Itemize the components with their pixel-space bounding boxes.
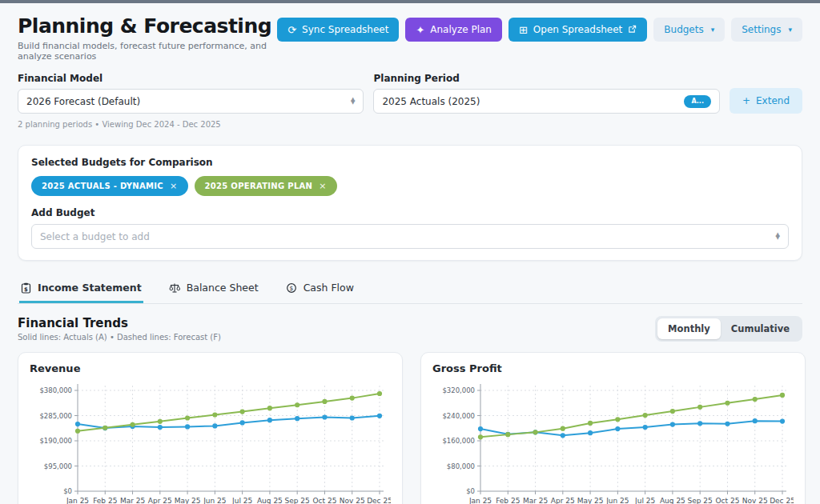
svg-text:Oct 25: Oct 25: [313, 497, 337, 504]
external-link-icon: [628, 25, 637, 35]
svg-text:Dec 25: Dec 25: [367, 497, 391, 504]
svg-text:Jun 25: Jun 25: [203, 497, 226, 504]
header-actions: ⟳ Sync Spreadsheet ✦ Analyze Plan ⊞ Open…: [277, 18, 802, 42]
cash-flow-icon: $: [286, 282, 297, 294]
statement-tabs: $ Income Statement Balance Sheet $ Cash …: [18, 275, 802, 304]
sync-spreadsheet-button[interactable]: ⟳ Sync Spreadsheet: [277, 18, 399, 42]
tab-cash-flow[interactable]: $ Cash Flow: [284, 275, 356, 303]
gross-profit-chart-card: Gross Profit $0$80,000$160,000$240,000$3…: [420, 352, 806, 504]
monthly-toggle-button[interactable]: Monthly: [657, 318, 721, 339]
select-stepper-icon: ▲▼: [776, 234, 780, 240]
financial-trends-header: Financial Trends Solid lines: Actuals (A…: [18, 316, 802, 342]
svg-text:$285,000: $285,000: [39, 412, 72, 420]
svg-text:$380,000: $380,000: [39, 386, 72, 394]
revenue-chart-title: Revenue: [30, 362, 391, 374]
selected-budgets-title: Selected Budgets for Comparison: [31, 157, 789, 168]
svg-text:$0: $0: [466, 487, 475, 495]
svg-text:Nov 25: Nov 25: [742, 497, 768, 504]
header: Planning & Forecasting Build financial m…: [18, 14, 802, 62]
actuals-badge: A...: [684, 95, 710, 108]
budget-pill-actuals-dynamic[interactable]: 2025 ACTUALS - DYNAMIC ×: [31, 176, 188, 196]
svg-text:Aug 25: Aug 25: [257, 497, 283, 504]
revenue-chart: $0$95,000$190,000$285,000$380,000Jan 25F…: [30, 381, 391, 504]
chevron-down-icon: ▾: [788, 26, 792, 34]
cumulative-toggle-button[interactable]: Cumulative: [721, 318, 800, 339]
svg-text:$320,000: $320,000: [442, 386, 475, 394]
charts-row: Revenue $0$95,000$190,000$285,000$380,00…: [18, 352, 802, 504]
svg-text:$240,000: $240,000: [442, 412, 475, 420]
page-title: Planning & Forecasting: [18, 14, 277, 38]
svg-text:$0: $0: [63, 487, 72, 495]
budget-pill-operating-plan[interactable]: 2025 OPERATING PLAN ×: [195, 176, 337, 196]
svg-text:Jan 25: Jan 25: [468, 497, 492, 504]
planning-periods-caption: 2 planning periods • Viewing Dec 2024 - …: [18, 120, 364, 129]
svg-text:Nov 25: Nov 25: [340, 497, 365, 504]
financial-model-label: Financial Model: [18, 73, 364, 84]
select-stepper-icon: ▲▼: [351, 98, 355, 105]
svg-text:$190,000: $190,000: [39, 437, 72, 445]
svg-text:Mar 25: Mar 25: [120, 497, 145, 504]
financial-trends-title: Financial Trends: [18, 316, 221, 330]
financial-model-select[interactable]: 2026 Forecast (Default) ▲▼: [18, 89, 364, 114]
svg-text:Oct 25: Oct 25: [716, 497, 740, 504]
balance-scale-icon: [169, 282, 180, 294]
open-spreadsheet-button[interactable]: ⊞ Open Spreadsheet: [508, 18, 647, 42]
svg-text:Mar 25: Mar 25: [523, 497, 548, 504]
top-accent-bar: [0, 0, 820, 3]
svg-text:Feb 25: Feb 25: [496, 497, 520, 504]
budget-pill-row: 2025 ACTUALS - DYNAMIC × 2025 OPERATING …: [31, 176, 789, 196]
svg-text:$: $: [24, 286, 28, 292]
svg-text:Sep 25: Sep 25: [285, 497, 310, 504]
table-grid-icon: ⊞: [519, 25, 528, 35]
financial-trends-subtitle: Solid lines: Actuals (A) • Dashed lines:…: [18, 333, 221, 342]
gross-profit-chart-title: Gross Profit: [432, 362, 794, 374]
svg-text:Aug 25: Aug 25: [660, 497, 685, 504]
svg-text:Sep 25: Sep 25: [688, 497, 713, 504]
sparkle-icon: ✦: [416, 25, 424, 35]
sync-icon: ⟳: [287, 25, 296, 35]
budgets-menu-button[interactable]: Budgets ▾: [653, 18, 725, 42]
svg-text:$95,000: $95,000: [44, 462, 72, 470]
svg-text:Apr 25: Apr 25: [551, 497, 575, 504]
svg-text:$160,000: $160,000: [442, 437, 475, 445]
svg-text:Jul 25: Jul 25: [634, 497, 655, 504]
tab-income-statement[interactable]: $ Income Statement: [19, 275, 143, 303]
svg-text:Jun 25: Jun 25: [605, 497, 629, 504]
svg-text:Jul 25: Jul 25: [231, 497, 252, 504]
planning-period-select[interactable]: 2025 Actuals (2025) A...: [373, 89, 719, 114]
selector-row: Financial Model 2026 Forecast (Default) …: [18, 73, 802, 129]
page-subtitle: Build financial models, forecast future …: [18, 41, 277, 62]
remove-budget-icon[interactable]: ×: [170, 181, 178, 191]
period-toggle-group: Monthly Cumulative: [655, 316, 802, 342]
svg-text:$80,000: $80,000: [447, 462, 475, 470]
income-statement-icon: $: [21, 282, 31, 294]
svg-text:May 25: May 25: [577, 497, 604, 504]
remove-budget-icon[interactable]: ×: [319, 181, 327, 191]
tab-balance-sheet[interactable]: Balance Sheet: [167, 275, 260, 303]
settings-menu-button[interactable]: Settings ▾: [731, 18, 802, 42]
svg-text:Jan 25: Jan 25: [66, 497, 89, 504]
planning-period-label: Planning Period: [373, 73, 719, 84]
plus-icon: +: [742, 95, 750, 106]
header-titles: Planning & Forecasting Build financial m…: [18, 14, 277, 62]
svg-text:Apr 25: Apr 25: [148, 497, 172, 504]
financial-model-group: Financial Model 2026 Forecast (Default) …: [18, 73, 364, 129]
analyze-plan-button[interactable]: ✦ Analyze Plan: [405, 18, 502, 42]
gross-profit-chart: $0$80,000$160,000$240,000$320,000Jan 25F…: [432, 381, 794, 504]
planning-forecasting-page: Planning & Forecasting Build financial m…: [0, 14, 820, 504]
selected-budgets-card: Selected Budgets for Comparison 2025 ACT…: [18, 145, 802, 261]
revenue-chart-card: Revenue $0$95,000$190,000$285,000$380,00…: [18, 352, 403, 504]
svg-text:Feb 25: Feb 25: [93, 497, 117, 504]
svg-text:May 25: May 25: [175, 497, 201, 504]
chevron-down-icon: ▾: [711, 26, 715, 34]
svg-text:Dec 25: Dec 25: [770, 497, 794, 504]
extend-button[interactable]: + Extend: [730, 88, 802, 114]
planning-period-group: Planning Period 2025 Actuals (2025) A...: [373, 73, 719, 114]
add-budget-label: Add Budget: [31, 207, 789, 218]
add-budget-select[interactable]: Select a budget to add ▲▼: [31, 224, 789, 249]
svg-text:$: $: [289, 284, 293, 291]
